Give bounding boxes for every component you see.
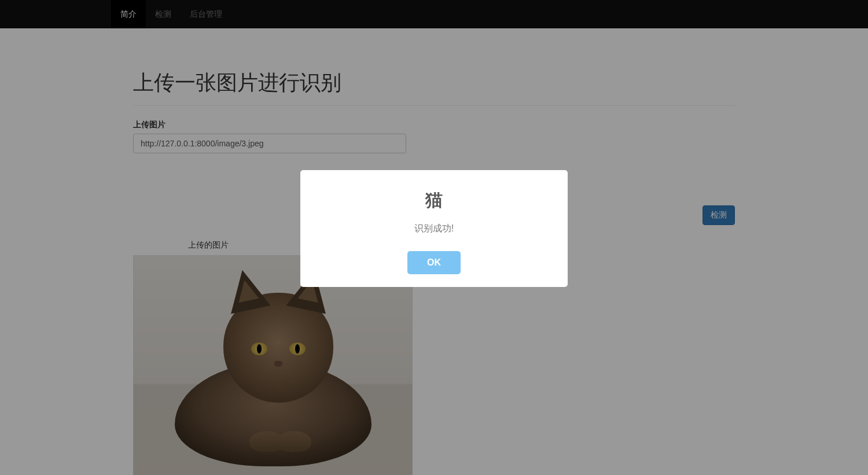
result-modal: 猫 识别成功! OK xyxy=(300,170,568,287)
modal-ok-button[interactable]: OK xyxy=(407,251,461,274)
modal-message: 识别成功! xyxy=(312,223,556,235)
modal-title: 猫 xyxy=(312,189,556,212)
modal-overlay[interactable]: 猫 识别成功! OK xyxy=(0,0,868,475)
